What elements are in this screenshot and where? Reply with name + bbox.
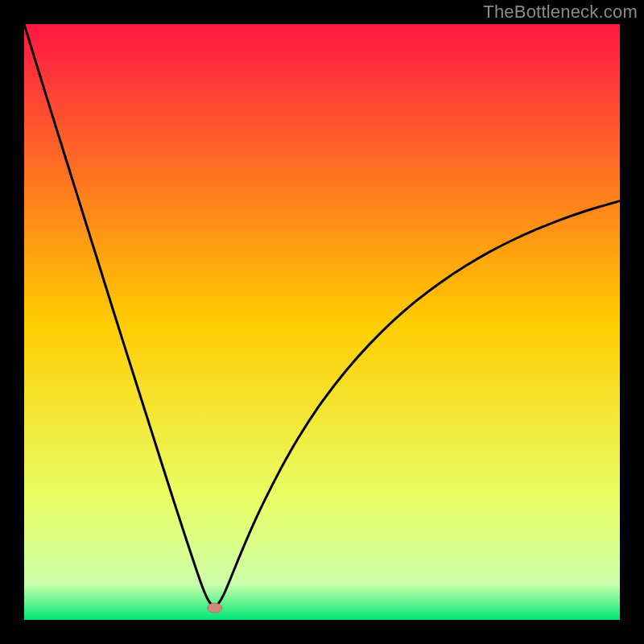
bottleneck-chart [24,24,620,620]
plot-area [24,24,620,620]
gradient-background [24,24,620,620]
optimum-marker [208,603,222,613]
chart-frame: TheBottleneck.com [0,0,644,644]
watermark-text: TheBottleneck.com [483,2,638,23]
